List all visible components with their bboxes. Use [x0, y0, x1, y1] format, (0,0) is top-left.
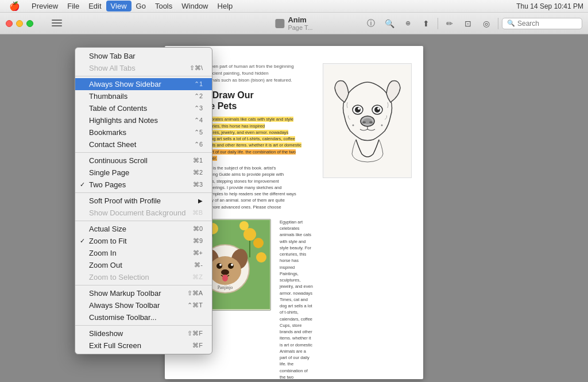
info-button[interactable]: ⓘ	[363, 16, 379, 32]
menu-zoom-to-selection-label: Zoom to Selection	[89, 273, 149, 281]
zoom-out-button[interactable]: 🔍	[381, 16, 397, 32]
menu-window[interactable]: Window	[177, 1, 212, 11]
menu-customise-toolbar[interactable]: Customise Toolbar...	[75, 311, 212, 323]
app-window: 🍎 Preview File Edit View Go Tools Window…	[0, 0, 588, 382]
menu-two-pages[interactable]: ✓ Two Pages ⌘3	[75, 179, 212, 191]
menu-edit[interactable]: Edit	[84, 1, 106, 11]
toolbar-sep-1	[438, 18, 438, 29]
menu-view[interactable]: View	[106, 1, 131, 11]
menu-show-all-tabs-shortcut: ⇧⌘\	[189, 64, 203, 72]
adjust-button[interactable]: ◎	[478, 16, 494, 32]
sep-6	[75, 325, 212, 326]
menu-zoom-in-shortcut: ⌘+	[193, 249, 203, 257]
sep-5	[75, 285, 212, 285]
menu-bookmarks[interactable]: Bookmarks ⌃5	[75, 126, 212, 138]
search-icon: 🔍	[507, 20, 515, 27]
menu-show-markup-toolbar[interactable]: Show Markup Toolbar ⇧⌘A	[75, 287, 212, 299]
menu-zoom-out-shortcut: ⌘-	[194, 261, 203, 269]
svg-point-34	[352, 124, 354, 126]
dog-sketch-image	[323, 63, 412, 178]
menu-slideshow-shortcut: ⇧⌘F	[187, 330, 203, 337]
svg-point-26	[358, 107, 360, 110]
menu-show-markup-toolbar-label: Show Markup Toolbar	[89, 289, 161, 298]
sep-2	[75, 152, 212, 153]
menu-show-tab-bar[interactable]: Show Tab Bar	[75, 50, 212, 62]
menu-always-show-sidebar[interactable]: Always Show Sidebar ⌃1	[75, 78, 212, 90]
menu-zoom-to-selection-shortcut: ⌘Z	[192, 273, 203, 281]
menu-contact-sheet-label: Contact Sheet	[89, 140, 136, 149]
minimize-button[interactable]	[16, 20, 23, 27]
close-button[interactable]	[6, 20, 13, 27]
menu-zoom-to-selection: Zoom to Selection ⌘Z	[75, 271, 212, 283]
dog-sketch-svg	[324, 65, 411, 177]
svg-point-5	[253, 238, 264, 248]
window-title: Anim	[288, 16, 312, 24]
sidebar-toggle-button[interactable]	[52, 20, 62, 28]
zoom-to-fit-checkmark: ✓	[80, 237, 85, 245]
markup-button[interactable]: ✏	[442, 16, 458, 32]
menu-zoom-in[interactable]: Zoom In ⌘+	[75, 247, 212, 259]
menu-thumbnails[interactable]: Thumbnails ⌃2	[75, 90, 212, 102]
menu-exit-full-screen-shortcut: ⌘F	[192, 342, 203, 349]
menu-exit-full-screen-label: Exit Full Screen	[89, 341, 141, 350]
menu-zoom-out-label: Zoom Out	[89, 261, 122, 269]
svg-point-33	[369, 121, 373, 124]
page-right-column	[323, 63, 409, 362]
datetime-display: Thu 14 Sep 10:41 PM	[516, 2, 583, 10]
menu-always-show-toolbar-shortcut: ⌃⌘T	[187, 302, 203, 309]
svg-point-16	[216, 263, 222, 269]
menu-actual-size-shortcut: ⌘0	[193, 225, 203, 233]
menu-bookmarks-label: Bookmarks	[89, 128, 126, 137]
menu-two-pages-label: Two Pages	[89, 180, 126, 189]
menu-show-document-background-label: Show Document Background	[89, 209, 185, 217]
menu-file[interactable]: File	[63, 1, 84, 11]
menu-help[interactable]: Help	[213, 1, 238, 11]
menu-show-all-tabs-label: Show All Tabs	[89, 64, 136, 72]
menu-actual-size[interactable]: Actual Size ⌘0	[75, 223, 212, 235]
menu-zoom-to-fit-label: Zoom to Fit	[89, 237, 127, 245]
content-area: Animals have been part of human art from…	[0, 34, 588, 382]
menu-table-of-contents[interactable]: Table of Contents ⌃3	[75, 102, 212, 114]
menu-table-of-contents-label: Table of Contents	[89, 104, 147, 113]
menu-always-show-toolbar-label: Always Show Toolbar	[89, 301, 160, 310]
svg-point-18	[219, 264, 222, 266]
menu-highlights-and-notes-shortcut: ⌃4	[194, 117, 203, 124]
menu-go[interactable]: Go	[131, 1, 150, 11]
apple-menu[interactable]: 🍎	[5, 0, 25, 13]
svg-point-21	[222, 275, 228, 281]
zoom-in-button[interactable]: ⊕	[400, 16, 416, 32]
system-menu-bar: 🍎 Preview File Edit View Go Tools Window…	[0, 0, 588, 13]
menu-contact-sheet[interactable]: Contact Sheet ⌃6	[75, 138, 212, 151]
menu-zoom-out[interactable]: Zoom Out ⌘-	[75, 259, 212, 271]
menu-continuous-scroll-shortcut: ⌘1	[193, 157, 203, 164]
menu-single-page-label: Single Page	[89, 168, 129, 177]
app-icon	[275, 19, 284, 28]
title-bar-center: Anim Page T...	[275, 16, 312, 31]
menu-zoom-to-fit[interactable]: ✓ Zoom to Fit ⌘9	[75, 235, 212, 247]
menu-zoom-to-fit-shortcut: ⌘9	[193, 237, 203, 245]
menu-exit-full-screen[interactable]: Exit Full Screen ⌘F	[75, 339, 212, 352]
search-input[interactable]	[517, 20, 577, 28]
maximize-button[interactable]	[26, 20, 33, 27]
menu-single-page[interactable]: Single Page ⌘2	[75, 167, 212, 179]
menu-highlights-and-notes[interactable]: Highlights and Notes ⌃4	[75, 114, 212, 126]
menu-thumbnails-shortcut: ⌃2	[194, 92, 203, 100]
menu-continuous-scroll[interactable]: Continuous Scroll ⌘1	[75, 155, 212, 167]
menu-soft-proof[interactable]: Soft Proof with Profile ▶	[75, 195, 212, 207]
menu-highlights-and-notes-label: Highlights and Notes	[89, 116, 158, 125]
toolbar-right: ⓘ 🔍 ⊕ ⬆ ✏ ⊡ ◎ 🔍	[363, 16, 582, 32]
svg-point-29	[377, 107, 380, 110]
menu-tools[interactable]: Tools	[150, 1, 177, 11]
menu-preview[interactable]: Preview	[27, 1, 63, 11]
share-button[interactable]: ⬆	[418, 16, 434, 32]
svg-point-8	[256, 252, 266, 263]
menu-continuous-scroll-label: Continuous Scroll	[89, 156, 148, 165]
svg-point-19	[231, 264, 233, 266]
sidebar-toggle-group	[40, 20, 62, 28]
menu-slideshow[interactable]: Slideshow ⇧⌘F	[75, 327, 212, 339]
menu-always-show-toolbar[interactable]: Always Show Toolbar ⌃⌘T	[75, 299, 212, 311]
svg-text:Panjinjo: Panjinjo	[217, 285, 233, 290]
svg-point-32	[362, 121, 366, 124]
menu-two-pages-shortcut: ⌘3	[193, 181, 203, 188]
crop-button[interactable]: ⊡	[460, 16, 476, 32]
